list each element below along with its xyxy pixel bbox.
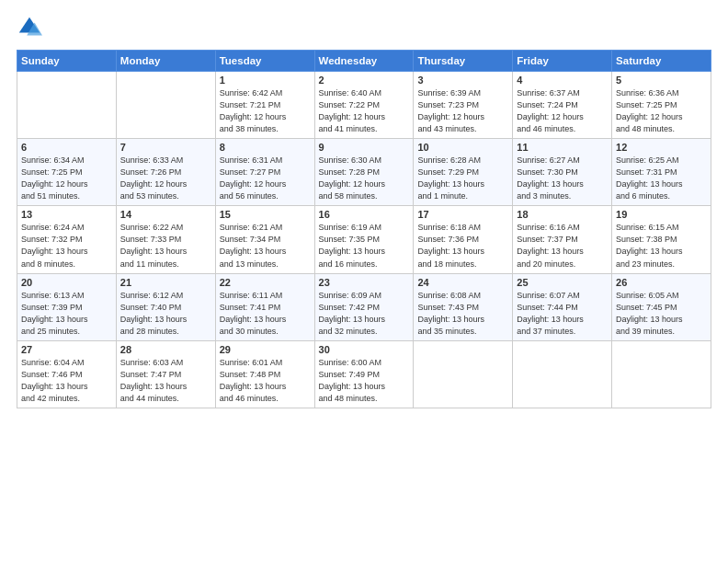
calendar-cell: 5Sunrise: 6:36 AM Sunset: 7:25 PM Daylig…	[612, 72, 711, 139]
calendar-header-row: SundayMondayTuesdayWednesdayThursdayFrid…	[17, 51, 711, 72]
calendar-cell: 2Sunrise: 6:40 AM Sunset: 7:22 PM Daylig…	[314, 72, 414, 139]
day-number: 17	[417, 209, 508, 220]
day-number: 13	[21, 209, 112, 220]
day-number: 24	[417, 277, 508, 288]
calendar-cell: 20Sunrise: 6:13 AM Sunset: 7:39 PM Dayli…	[17, 273, 117, 340]
day-info: Sunrise: 6:27 AM Sunset: 7:30 PM Dayligh…	[517, 155, 608, 202]
calendar-cell: 6Sunrise: 6:34 AM Sunset: 7:25 PM Daylig…	[17, 139, 117, 206]
day-number: 19	[616, 209, 707, 220]
calendar-cell: 9Sunrise: 6:30 AM Sunset: 7:28 PM Daylig…	[314, 139, 414, 206]
day-number: 29	[220, 344, 311, 355]
day-number: 27	[21, 344, 112, 355]
weekday-header: Saturday	[612, 51, 711, 72]
day-info: Sunrise: 6:37 AM Sunset: 7:24 PM Dayligh…	[517, 87, 608, 135]
day-info: Sunrise: 6:31 AM Sunset: 7:27 PM Dayligh…	[220, 155, 311, 202]
weekday-header: Wednesday	[314, 51, 414, 72]
calendar-cell	[612, 340, 711, 408]
day-info: Sunrise: 6:28 AM Sunset: 7:29 PM Dayligh…	[417, 155, 508, 202]
day-number: 3	[417, 75, 508, 86]
day-info: Sunrise: 6:03 AM Sunset: 7:47 PM Dayligh…	[120, 357, 211, 405]
day-info: Sunrise: 6:34 AM Sunset: 7:25 PM Dayligh…	[21, 155, 112, 202]
day-info: Sunrise: 6:01 AM Sunset: 7:48 PM Dayligh…	[220, 357, 311, 405]
day-info: Sunrise: 6:08 AM Sunset: 7:43 PM Dayligh…	[417, 290, 508, 338]
weekday-header: Sunday	[17, 51, 117, 72]
day-number: 14	[120, 209, 211, 220]
day-number: 25	[517, 277, 608, 288]
calendar-cell: 12Sunrise: 6:25 AM Sunset: 7:31 PM Dayli…	[612, 139, 711, 206]
calendar-cell: 19Sunrise: 6:15 AM Sunset: 7:38 PM Dayli…	[612, 206, 711, 273]
day-number: 30	[319, 344, 410, 355]
calendar-cell: 13Sunrise: 6:24 AM Sunset: 7:32 PM Dayli…	[17, 206, 117, 273]
day-number: 22	[220, 277, 311, 288]
calendar-cell: 14Sunrise: 6:22 AM Sunset: 7:33 PM Dayli…	[116, 206, 215, 273]
logo-icon	[17, 15, 42, 40]
calendar-cell: 15Sunrise: 6:21 AM Sunset: 7:34 PM Dayli…	[215, 206, 314, 273]
calendar-cell: 10Sunrise: 6:28 AM Sunset: 7:29 PM Dayli…	[414, 139, 513, 206]
calendar-cell: 25Sunrise: 6:07 AM Sunset: 7:44 PM Dayli…	[513, 273, 612, 340]
day-info: Sunrise: 6:19 AM Sunset: 7:35 PM Dayligh…	[319, 222, 410, 270]
calendar-cell: 30Sunrise: 6:00 AM Sunset: 7:49 PM Dayli…	[314, 340, 414, 408]
day-info: Sunrise: 6:11 AM Sunset: 7:41 PM Dayligh…	[220, 290, 311, 338]
day-info: Sunrise: 6:25 AM Sunset: 7:31 PM Dayligh…	[616, 155, 707, 202]
day-info: Sunrise: 6:00 AM Sunset: 7:49 PM Dayligh…	[319, 357, 410, 405]
day-number: 10	[417, 142, 508, 153]
day-number: 21	[120, 277, 211, 288]
day-info: Sunrise: 6:04 AM Sunset: 7:46 PM Dayligh…	[21, 357, 112, 405]
day-info: Sunrise: 6:40 AM Sunset: 7:22 PM Dayligh…	[319, 87, 410, 135]
calendar-cell: 29Sunrise: 6:01 AM Sunset: 7:48 PM Dayli…	[215, 340, 314, 408]
calendar-cell: 26Sunrise: 6:05 AM Sunset: 7:45 PM Dayli…	[612, 273, 711, 340]
day-number: 28	[120, 344, 211, 355]
day-number: 12	[616, 142, 707, 153]
day-number: 2	[319, 75, 410, 86]
calendar-cell: 11Sunrise: 6:27 AM Sunset: 7:30 PM Dayli…	[513, 139, 612, 206]
calendar-week-row: 27Sunrise: 6:04 AM Sunset: 7:46 PM Dayli…	[17, 340, 711, 408]
day-info: Sunrise: 6:21 AM Sunset: 7:34 PM Dayligh…	[220, 222, 311, 270]
calendar-cell: 18Sunrise: 6:16 AM Sunset: 7:37 PM Dayli…	[513, 206, 612, 273]
day-info: Sunrise: 6:07 AM Sunset: 7:44 PM Dayligh…	[517, 290, 608, 338]
day-number: 15	[220, 209, 311, 220]
day-info: Sunrise: 6:15 AM Sunset: 7:38 PM Dayligh…	[616, 222, 707, 270]
day-info: Sunrise: 6:12 AM Sunset: 7:40 PM Dayligh…	[120, 290, 211, 338]
calendar-cell: 21Sunrise: 6:12 AM Sunset: 7:40 PM Dayli…	[116, 273, 215, 340]
day-number: 8	[220, 142, 311, 153]
calendar-cell	[414, 340, 513, 408]
calendar-week-row: 1Sunrise: 6:42 AM Sunset: 7:21 PM Daylig…	[17, 72, 711, 139]
header	[17, 15, 711, 40]
calendar-cell: 23Sunrise: 6:09 AM Sunset: 7:42 PM Dayli…	[314, 273, 414, 340]
calendar-cell: 28Sunrise: 6:03 AM Sunset: 7:47 PM Dayli…	[116, 340, 215, 408]
calendar-cell: 16Sunrise: 6:19 AM Sunset: 7:35 PM Dayli…	[314, 206, 414, 273]
calendar-cell: 22Sunrise: 6:11 AM Sunset: 7:41 PM Dayli…	[215, 273, 314, 340]
day-info: Sunrise: 6:24 AM Sunset: 7:32 PM Dayligh…	[21, 222, 112, 270]
calendar-cell: 4Sunrise: 6:37 AM Sunset: 7:24 PM Daylig…	[513, 72, 612, 139]
calendar-cell	[513, 340, 612, 408]
day-number: 18	[517, 209, 608, 220]
day-number: 26	[616, 277, 707, 288]
page: SundayMondayTuesdayWednesdayThursdayFrid…	[0, 0, 728, 563]
day-number: 23	[319, 277, 410, 288]
logo	[17, 15, 46, 40]
weekday-header: Tuesday	[215, 51, 314, 72]
calendar-cell: 7Sunrise: 6:33 AM Sunset: 7:26 PM Daylig…	[116, 139, 215, 206]
day-number: 9	[319, 142, 410, 153]
calendar-cell	[17, 72, 117, 139]
calendar-cell: 1Sunrise: 6:42 AM Sunset: 7:21 PM Daylig…	[215, 72, 314, 139]
day-info: Sunrise: 6:13 AM Sunset: 7:39 PM Dayligh…	[21, 290, 112, 338]
day-info: Sunrise: 6:30 AM Sunset: 7:28 PM Dayligh…	[319, 155, 410, 202]
day-info: Sunrise: 6:33 AM Sunset: 7:26 PM Dayligh…	[120, 155, 211, 202]
calendar-week-row: 6Sunrise: 6:34 AM Sunset: 7:25 PM Daylig…	[17, 139, 711, 206]
calendar-week-row: 20Sunrise: 6:13 AM Sunset: 7:39 PM Dayli…	[17, 273, 711, 340]
day-number: 7	[120, 142, 211, 153]
day-number: 1	[220, 75, 311, 86]
calendar-cell: 17Sunrise: 6:18 AM Sunset: 7:36 PM Dayli…	[414, 206, 513, 273]
day-info: Sunrise: 6:09 AM Sunset: 7:42 PM Dayligh…	[319, 290, 410, 338]
day-number: 5	[616, 75, 707, 86]
calendar-cell: 8Sunrise: 6:31 AM Sunset: 7:27 PM Daylig…	[215, 139, 314, 206]
calendar-cell: 27Sunrise: 6:04 AM Sunset: 7:46 PM Dayli…	[17, 340, 117, 408]
day-info: Sunrise: 6:36 AM Sunset: 7:25 PM Dayligh…	[616, 87, 707, 135]
day-info: Sunrise: 6:16 AM Sunset: 7:37 PM Dayligh…	[517, 222, 608, 270]
calendar-cell	[116, 72, 215, 139]
weekday-header: Friday	[513, 51, 612, 72]
day-number: 6	[21, 142, 112, 153]
calendar-cell: 3Sunrise: 6:39 AM Sunset: 7:23 PM Daylig…	[414, 72, 513, 139]
weekday-header: Thursday	[414, 51, 513, 72]
